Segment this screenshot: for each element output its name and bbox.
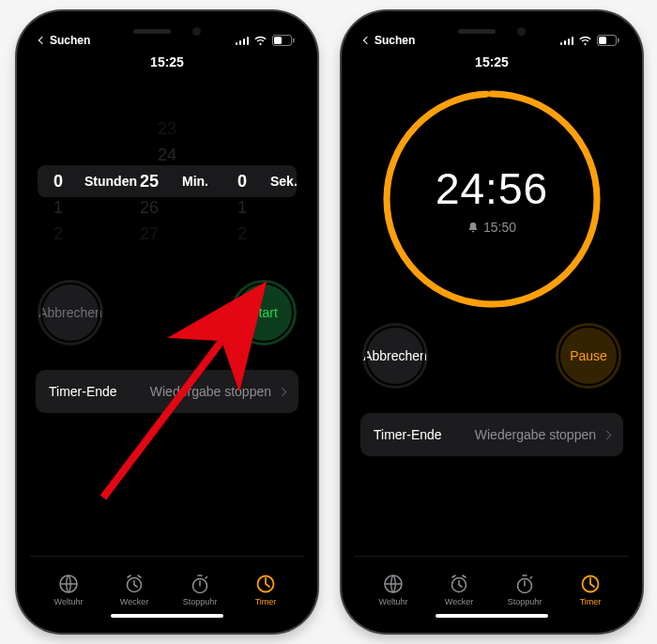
back-chevron-icon[interactable] (363, 37, 371, 44)
countdown-ring: 24:56 15:50 (379, 86, 604, 312)
tab-stopwatch[interactable]: Stoppuhr (494, 574, 556, 606)
wifi-icon (253, 36, 267, 46)
timer-end-row[interactable]: Timer-Ende Wiedergabe stoppen (36, 370, 298, 413)
tab-alarm[interactable]: Wecker (428, 574, 490, 606)
tab-timer[interactable]: Timer (235, 574, 297, 606)
tab-stopwatch[interactable]: Stoppuhr (169, 574, 231, 606)
notch (437, 19, 546, 43)
notch (113, 19, 222, 43)
status-time: 15:25 (355, 54, 629, 69)
tab-timer[interactable]: Timer (559, 574, 621, 606)
svg-rect-1 (274, 37, 282, 44)
picker-col-hours[interactable]: 0 1 2 (33, 103, 117, 259)
countdown-end-at: 15:50 (483, 220, 516, 235)
timer-icon (255, 574, 276, 594)
status-time: 15:25 (30, 54, 304, 69)
countdown-time: 24:56 (435, 163, 548, 214)
phone-timer-running: Suchen 15:25 (342, 11, 642, 633)
duration-picker[interactable]: Stunden Min. Sek. 0 1 2 23 24 25 (30, 103, 304, 259)
tab-worldclock[interactable]: Weltuhr (38, 574, 99, 606)
svg-rect-8 (599, 37, 606, 44)
bell-icon (467, 222, 479, 234)
tab-bar: Weltuhr Wecker Stoppuhr Timer (355, 556, 629, 608)
picker-col-mins[interactable]: 23 24 25 26 27 (125, 103, 209, 259)
back-label[interactable]: Suchen (374, 34, 415, 47)
timer-end-value: Wiedergabe stoppen (475, 427, 596, 442)
alarm-clock-icon (124, 574, 145, 594)
svg-rect-2 (293, 38, 295, 43)
timer-end-label: Timer-Ende (49, 384, 117, 399)
tab-worldclock[interactable]: Weltuhr (362, 574, 424, 606)
tab-alarm[interactable]: Wecker (103, 574, 165, 606)
back-chevron-icon[interactable] (38, 37, 46, 44)
cellular-signal-icon (236, 36, 250, 45)
chevron-right-icon (278, 387, 287, 396)
timer-end-value: Wiedergabe stoppen (150, 384, 271, 399)
home-indicator[interactable] (435, 614, 548, 618)
stopwatch-icon (514, 574, 535, 594)
timer-end-label: Timer-Ende (374, 427, 442, 442)
cancel-button[interactable]: Abbrechen (38, 280, 103, 345)
cellular-signal-icon (560, 36, 574, 45)
back-label[interactable]: Suchen (50, 34, 90, 47)
wifi-icon (578, 36, 592, 46)
pause-button[interactable]: Pause (556, 323, 621, 389)
cancel-button[interactable]: Abbrechen (362, 323, 428, 389)
comparison-stage: Suchen 15:25 Stunden Min. Sek. (0, 0, 657, 644)
picker-col-secs[interactable]: 0 1 2 (217, 103, 301, 259)
globe-icon (58, 574, 79, 594)
tab-bar: Weltuhr Wecker Stoppuhr Timer (30, 556, 304, 608)
battery-icon (597, 35, 619, 46)
phone-timer-setup: Suchen 15:25 Stunden Min. Sek. (17, 11, 317, 633)
home-indicator[interactable] (111, 614, 223, 618)
timer-icon (580, 574, 601, 594)
globe-icon (383, 574, 404, 594)
timer-end-row[interactable]: Timer-Ende Wiedergabe stoppen (360, 413, 623, 456)
start-button[interactable]: Start (231, 280, 297, 345)
alarm-clock-icon (449, 574, 469, 594)
svg-rect-9 (618, 38, 619, 43)
chevron-right-icon (603, 430, 612, 439)
stopwatch-icon (190, 574, 210, 594)
battery-icon (272, 35, 295, 46)
